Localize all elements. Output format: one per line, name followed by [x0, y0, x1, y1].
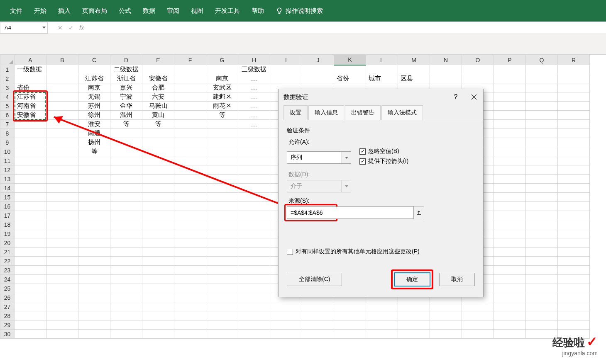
cell-P18[interactable]: [494, 220, 526, 229]
row-header-19[interactable]: 19: [0, 229, 15, 238]
cell-C24[interactable]: [78, 275, 110, 284]
cell-R9[interactable]: [558, 138, 590, 147]
cell-C12[interactable]: [78, 165, 110, 175]
cell-G12[interactable]: [206, 165, 238, 175]
cell-J29[interactable]: [302, 320, 334, 330]
cell-K2[interactable]: 省份: [334, 74, 366, 83]
cell-R6[interactable]: [558, 111, 590, 120]
cell-Q9[interactable]: [526, 138, 558, 147]
cell-G14[interactable]: [206, 184, 238, 193]
cell-B22[interactable]: [46, 257, 78, 266]
tab-error-alert[interactable]: 出错警告: [345, 105, 381, 120]
cell-F29[interactable]: [174, 320, 206, 330]
cell-B2[interactable]: [46, 74, 78, 83]
column-header-C[interactable]: C: [78, 55, 110, 65]
cell-G16[interactable]: [206, 202, 238, 211]
cell-Q28[interactable]: [526, 311, 558, 320]
cell-B25[interactable]: [46, 284, 78, 293]
cell-N27[interactable]: [430, 302, 462, 311]
cell-H29[interactable]: [238, 320, 270, 330]
cell-P19[interactable]: [494, 229, 526, 238]
cell-H14[interactable]: [238, 184, 270, 193]
cell-D4[interactable]: 宁波: [110, 92, 142, 102]
clear-all-button[interactable]: 全部清除(C): [287, 273, 342, 286]
cell-B10[interactable]: [46, 147, 78, 156]
menu-formulas[interactable]: 公式: [113, 0, 137, 22]
cell-A21[interactable]: [15, 248, 46, 257]
cell-D20[interactable]: [110, 238, 142, 248]
cell-P6[interactable]: [494, 111, 526, 120]
cell-I2[interactable]: [270, 74, 302, 83]
row-header-28[interactable]: 28: [0, 311, 15, 320]
cell-F14[interactable]: [174, 184, 206, 193]
cell-Q27[interactable]: [526, 302, 558, 311]
column-header-K[interactable]: K: [334, 55, 366, 65]
cell-P16[interactable]: [494, 202, 526, 211]
row-header-7[interactable]: 7: [0, 120, 15, 129]
cell-E9[interactable]: [142, 138, 174, 147]
cell-A13[interactable]: [15, 175, 46, 184]
cell-R24[interactable]: [558, 275, 590, 284]
cell-G13[interactable]: [206, 175, 238, 184]
cell-P4[interactable]: [494, 92, 526, 102]
cell-H30[interactable]: [238, 330, 270, 339]
cell-J27[interactable]: [302, 302, 334, 311]
menu-view[interactable]: 视图: [185, 0, 209, 22]
row-header-15[interactable]: 15: [0, 193, 15, 202]
cell-A17[interactable]: [15, 211, 46, 220]
cell-G26[interactable]: [206, 293, 238, 302]
cell-H12[interactable]: [238, 165, 270, 175]
cell-D14[interactable]: [110, 184, 142, 193]
cell-B11[interactable]: [46, 156, 78, 165]
dialog-help-button[interactable]: ?: [447, 89, 465, 105]
cell-F11[interactable]: [174, 156, 206, 165]
cell-E11[interactable]: [142, 156, 174, 165]
menu-file[interactable]: 文件: [4, 0, 28, 22]
cell-B28[interactable]: [46, 311, 78, 320]
cell-D27[interactable]: [110, 302, 142, 311]
cell-G17[interactable]: [206, 211, 238, 220]
cell-Q4[interactable]: [526, 92, 558, 102]
cell-C11[interactable]: [78, 156, 110, 165]
column-header-A[interactable]: A: [15, 55, 46, 65]
cell-H27[interactable]: [238, 302, 270, 311]
cell-P2[interactable]: [494, 74, 526, 83]
cell-D18[interactable]: [110, 220, 142, 229]
row-header-1[interactable]: 1: [0, 65, 15, 74]
cell-B7[interactable]: [46, 120, 78, 129]
column-header-Q[interactable]: Q: [526, 55, 558, 65]
cell-O1[interactable]: [462, 65, 494, 74]
dialog-close-button[interactable]: [465, 89, 483, 105]
cell-R15[interactable]: [558, 193, 590, 202]
cell-L28[interactable]: [366, 311, 398, 320]
row-header-3[interactable]: 3: [0, 83, 15, 92]
cell-G29[interactable]: [206, 320, 238, 330]
cell-M27[interactable]: [398, 302, 430, 311]
cell-R1[interactable]: [558, 65, 590, 74]
cell-H24[interactable]: [238, 275, 270, 284]
cell-M1[interactable]: [398, 65, 430, 74]
cell-C5[interactable]: 苏州: [78, 102, 110, 111]
cell-F23[interactable]: [174, 266, 206, 275]
cell-R21[interactable]: [558, 248, 590, 257]
cell-D8[interactable]: [110, 129, 142, 138]
cell-M2[interactable]: 区县: [398, 74, 430, 83]
cell-E16[interactable]: [142, 202, 174, 211]
column-header-E[interactable]: E: [142, 55, 174, 65]
cell-Q21[interactable]: [526, 248, 558, 257]
cell-P3[interactable]: [494, 83, 526, 92]
cell-A11[interactable]: [15, 156, 46, 165]
cell-P29[interactable]: [494, 320, 526, 330]
cell-G1[interactable]: [206, 65, 238, 74]
cell-P9[interactable]: [494, 138, 526, 147]
cell-D23[interactable]: [110, 266, 142, 275]
cell-Q29[interactable]: [526, 320, 558, 330]
cell-Q19[interactable]: [526, 229, 558, 238]
row-header-17[interactable]: 17: [0, 211, 15, 220]
cell-C17[interactable]: [78, 211, 110, 220]
cell-E5[interactable]: 马鞍山: [142, 102, 174, 111]
cell-N30[interactable]: [430, 330, 462, 339]
cell-E15[interactable]: [142, 193, 174, 202]
cell-R20[interactable]: [558, 238, 590, 248]
cell-B23[interactable]: [46, 266, 78, 275]
